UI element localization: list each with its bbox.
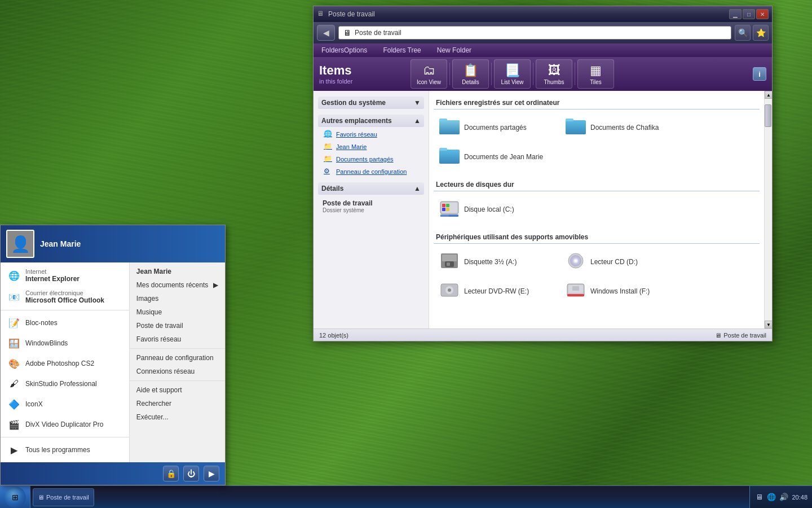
taskbar-explorer-icon: 🖥 xyxy=(38,494,44,501)
sidebar-details-header[interactable]: Détails ▲ xyxy=(318,182,424,195)
docpartages-icon: 📁 xyxy=(324,155,333,164)
arrow-button[interactable]: ▶ xyxy=(204,466,219,481)
docs-partages-label: Documents partagés xyxy=(464,124,527,132)
svg-rect-16 xyxy=(442,255,457,261)
scroll-handle[interactable] xyxy=(765,104,771,127)
view-details-btn[interactable]: 📋 Details xyxy=(452,59,489,89)
folder-title-area: Items in this folder xyxy=(319,63,409,85)
start-item-windowblinds[interactable]: 🪟 WindowBlinds xyxy=(1,333,129,353)
info-button[interactable]: i xyxy=(753,67,766,81)
scrollbar[interactable]: ▲ ▼ xyxy=(764,91,772,329)
view-thumbs-btn[interactable]: 🖼 Thumbs xyxy=(536,59,572,89)
sidebar-autres-header[interactable]: Autres emplacements ▲ xyxy=(318,115,424,127)
tray-icon-volume[interactable]: 🔊 xyxy=(779,493,788,502)
address-bar[interactable]: 🖥 Poste de travail xyxy=(338,26,731,40)
peripheriques-grid: Disquette 3½ (A:) xyxy=(434,248,760,305)
sidebar-gestion-header[interactable]: Gestion du système ▼ xyxy=(318,97,424,109)
svg-rect-5 xyxy=(439,150,460,164)
sidebar-link-docpartages[interactable]: 📁 Documents partagés xyxy=(318,153,424,165)
lock-button[interactable]: 🔒 xyxy=(163,466,179,481)
allprograms-icon: ▶ xyxy=(7,443,21,457)
start-item-outlook[interactable]: 📧 Courrier électronique Microsoft Office… xyxy=(1,286,129,308)
item-dvd[interactable]: Lecteur DVD-RW (E:) xyxy=(434,278,558,305)
right-separator-1 xyxy=(130,348,225,349)
item-windows-install[interactable]: Windows Install (F:) xyxy=(560,278,684,305)
item-docs-jeanmarie[interactable]: Documents de Jean Marie xyxy=(434,143,558,170)
taskbar-explorer-label: Poste de travail xyxy=(46,494,89,501)
start-item-photoshop[interactable]: 🎨 Adobe Photoshop CS2 xyxy=(1,353,129,374)
tray-icon-2[interactable]: 🌐 xyxy=(767,493,776,502)
ie-icon: 🌐 xyxy=(7,269,21,282)
view-separator-2 xyxy=(491,63,492,85)
iconx-label: IconX xyxy=(25,400,43,408)
svg-rect-18 xyxy=(447,262,450,266)
lecteurs-grid: Disque local (C:) xyxy=(434,196,760,223)
start-item-ie[interactable]: 🌐 Internet Internet Explorer xyxy=(1,265,129,286)
favorites-button[interactable]: ⭐ xyxy=(753,25,769,41)
right-connexions[interactable]: Connexions réseau xyxy=(130,365,225,378)
menu-folders-options[interactable]: FoldersOptions xyxy=(319,45,369,55)
item-disque-local[interactable]: Disque local (C:) xyxy=(434,196,558,223)
windowblinds-label: WindowBlinds xyxy=(25,339,68,347)
item-docs-partages[interactable]: Documents partagés xyxy=(434,114,558,141)
view-separator-3 xyxy=(533,63,533,85)
right-musique[interactable]: Musique xyxy=(130,305,225,319)
right-mes-docs[interactable]: Mes documents récents ▶ xyxy=(130,278,225,292)
list-view-icon: 📃 xyxy=(505,63,520,78)
right-jean-marie[interactable]: Jean Marie xyxy=(130,265,225,278)
scroll-track[interactable] xyxy=(765,99,772,321)
sidebar-link-favoris[interactable]: 🌐 Favoris réseau xyxy=(318,128,424,141)
sidebar-link-panneau[interactable]: ⚙ Panneau de configuration xyxy=(318,165,424,178)
right-aide[interactable]: Aide et support xyxy=(130,383,225,397)
tray-icon-1[interactable]: 🖥 xyxy=(754,493,764,502)
sidebar-gestion-label: Gestion du système xyxy=(321,99,386,107)
sidebar-link-jeanmarie[interactable]: 📁 Jean Marie xyxy=(318,141,424,153)
svg-rect-28 xyxy=(567,294,584,296)
right-panneau-config[interactable]: Panneau de configuration xyxy=(130,351,225,365)
maximize-button[interactable]: □ xyxy=(743,9,755,19)
window-controls: ▁ □ ✕ xyxy=(729,9,769,19)
menu-new-folder[interactable]: New Folder xyxy=(435,45,474,55)
item-cd[interactable]: Lecteur CD (D:) xyxy=(560,248,684,275)
main-content[interactable]: Fichiers enregistrés sur cet ordinateur xyxy=(429,91,764,329)
outlook-category: Courrier électronique xyxy=(25,290,104,296)
close-button[interactable]: ✕ xyxy=(756,9,769,19)
windows-install-icon xyxy=(566,281,586,301)
view-tiles-btn[interactable]: ▦ Tiles xyxy=(577,59,614,89)
disque-local-icon xyxy=(439,199,460,220)
search-button[interactable]: 🔍 xyxy=(735,25,751,41)
start-item-iconx[interactable]: 🔷 IconX xyxy=(1,394,129,414)
start-item-blocnotes[interactable]: 📝 Bloc-notes xyxy=(1,313,129,333)
folder-subtitle: in this folder xyxy=(319,78,409,85)
taskbar-item-explorer[interactable]: 🖥 Poste de travail xyxy=(33,488,94,506)
scroll-down-button[interactable]: ▼ xyxy=(765,321,772,329)
svg-rect-6 xyxy=(439,148,447,151)
power-button[interactable]: ⏻ xyxy=(183,466,199,481)
start-item-skinstudio[interactable]: 🖌 SkinStudio Professional xyxy=(1,374,129,394)
scroll-up-button[interactable]: ▲ xyxy=(765,91,772,99)
item-docs-chafika[interactable]: Documents de Chafika xyxy=(560,114,684,141)
svg-rect-2 xyxy=(439,119,447,121)
start-menu-body: 🌐 Internet Internet Explorer 📧 Courrier … xyxy=(1,262,225,462)
right-favoris-reseau[interactable]: Favoris réseau xyxy=(130,332,225,346)
start-menu: 👤 Jean Marie 🌐 Internet Internet Explore… xyxy=(0,225,226,485)
right-executer[interactable]: Exécuter... xyxy=(130,410,225,424)
back-button[interactable]: ◀ xyxy=(317,25,335,41)
blocnotes-icon: 📝 xyxy=(7,316,21,330)
item-disquette[interactable]: Disquette 3½ (A:) xyxy=(434,248,558,275)
start-button[interactable]: ⊞ xyxy=(0,486,30,509)
right-images[interactable]: Images xyxy=(130,292,225,305)
view-list-btn[interactable]: 📃 List View xyxy=(494,59,531,89)
start-menu-username: Jean Marie xyxy=(40,239,81,248)
status-bar: 12 objet(s) 🖥 Poste de travail xyxy=(314,329,772,341)
menu-folders-tree[interactable]: Folders Tree xyxy=(381,45,423,55)
right-rechercher[interactable]: Rechercher xyxy=(130,397,225,410)
minimize-button[interactable]: ▁ xyxy=(729,9,742,19)
start-item-divx[interactable]: 🎬 DivX Video Duplicator Pro xyxy=(1,414,129,435)
right-poste-travail[interactable]: Poste de travail xyxy=(130,319,225,332)
view-icon-btn[interactable]: 🗂 Icon View xyxy=(411,59,447,89)
status-location: Poste de travail xyxy=(723,332,766,339)
sidebar-section-gestion: Gestion du système ▼ xyxy=(314,94,429,112)
window-titlebar: 🖥 Poste de travail ▁ □ ✕ xyxy=(314,6,772,22)
start-item-allprograms[interactable]: ▶ Tous les programmes xyxy=(1,440,129,460)
